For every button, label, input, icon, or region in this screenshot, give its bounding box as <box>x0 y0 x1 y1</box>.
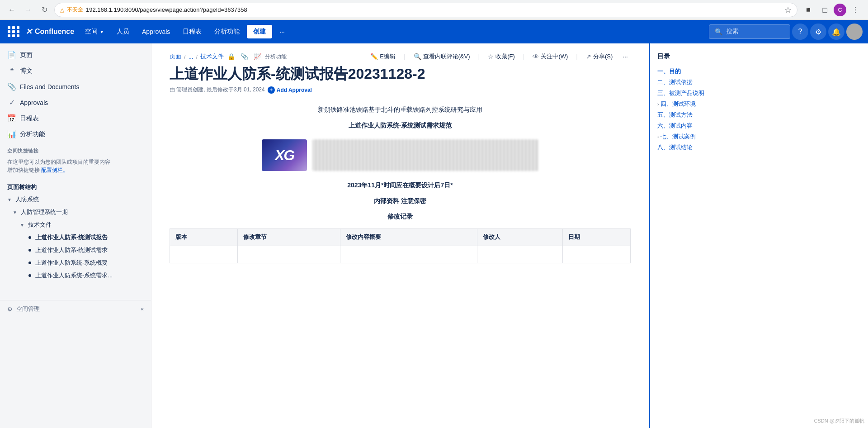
sidebar: 📄 页面 ❝ 博文 📎 Files and Documents ✓ Approv… <box>0 43 151 428</box>
tree-item-test-report[interactable]: 上道作业人防系-统测试报告 <box>0 231 151 244</box>
sidebar-item-files[interactable]: 📎 Files and Documents <box>0 79 151 95</box>
nav-approvals[interactable]: Approvals <box>137 24 175 39</box>
subtitle-2: 上道作业人防系统-系统测试需求规范 <box>170 120 631 130</box>
table-cell <box>340 246 477 263</box>
subtitle-1: 新朔铁路准池铁路基于北斗的重载铁路列控系统研究与应用 <box>170 105 631 114</box>
search-icon: 🔍 <box>715 28 722 35</box>
chevron-right-icon: › <box>657 134 659 139</box>
csdn-watermark: CSDN @夕阳下的孤帆 <box>814 418 864 424</box>
breadcrumb-sep: / <box>196 53 198 60</box>
address-bar[interactable]: △ 不安全 192.168.1.190:8090/pages/viewpage.… <box>54 3 797 17</box>
bookmark-icon[interactable]: ☆ <box>784 5 792 15</box>
sidebar-item-blog[interactable]: ❝ 博文 <box>0 63 151 79</box>
chevron-down-icon: ▼ <box>7 197 13 202</box>
sidebar-files-label: Files and Documents <box>20 83 144 90</box>
space-admin-link[interactable]: ⚙ 空间管理 « <box>0 300 151 318</box>
tree-item-system-needs[interactable]: 上道作业人防系统-系统需求... <box>0 269 151 282</box>
dot-icon <box>28 274 31 277</box>
nav-people[interactable]: 人员 <box>111 24 135 39</box>
nav-analytics-label: 分析功能 <box>214 28 240 36</box>
grid-dot <box>12 34 15 37</box>
forward-button[interactable]: → <box>22 4 34 16</box>
space-admin-label: 空间管理 <box>16 305 40 313</box>
toc-item-environment[interactable]: › 四、测试环境 <box>657 99 732 109</box>
page-title: 上道作业人防系-统测试报告20231128-2 <box>170 65 631 82</box>
breadcrumb-pages[interactable]: 页面 <box>170 52 181 61</box>
toc-item-label: 四、测试环境 <box>660 100 696 108</box>
breadcrumb-ellipsis[interactable]: ... <box>189 53 193 60</box>
tree-item-technical-docs[interactable]: ▼ 技术文件 <box>0 219 151 231</box>
toc-item-label: 七、测试案例 <box>660 133 696 141</box>
eye-icon: 👁 <box>533 53 539 60</box>
sidebar-item-calendar[interactable]: 📅 日程表 <box>0 110 151 126</box>
tree-item-civil-defense[interactable]: ▼ 人防系统 <box>0 193 151 206</box>
sidebar-item-pages[interactable]: 📄 页面 <box>0 47 151 63</box>
logo-x-icon: ✕ <box>25 27 32 37</box>
tree-item-label: 上道作业人防系统-系统概要 <box>35 259 108 267</box>
tree-item-test-requirements[interactable]: 上道作业人防系-统测试需求 <box>0 244 151 257</box>
comment-button[interactable]: 🔍 查看内联评论(&V) <box>408 50 476 63</box>
grid-dot <box>17 26 19 29</box>
sidebar-analytics-label: 分析功能 <box>20 130 144 138</box>
tree-item-management-phase1[interactable]: ▼ 人防管理系统一期 <box>0 206 151 219</box>
nav-calendar[interactable]: 日程表 <box>177 24 207 39</box>
confluence-logo[interactable]: ✕ Confluence <box>22 27 78 37</box>
grid-dot <box>8 34 10 37</box>
edit-button[interactable]: ✏️ E编辑 <box>365 50 401 63</box>
notifications-button[interactable]: 🔔 <box>828 24 844 40</box>
content-area: 页面 / ... / 技术文件 🔒 📎 📈 分析功能 ✏️ E编辑 <box>151 43 868 428</box>
nav-more-button[interactable]: ··· <box>274 24 290 39</box>
app-container: ✕ Confluence 空间 ▼ 人员 Approvals 日程表 分析功能 … <box>0 20 868 428</box>
toc-item-method[interactable]: 五、测试方法 <box>657 109 732 120</box>
plus-icon: + <box>268 86 275 94</box>
toc-item-purpose[interactable]: 一、目的 <box>657 66 732 77</box>
toc-item-content[interactable]: 六、测试内容 <box>657 120 732 131</box>
breadcrumb[interactable]: 页面 / ... / 技术文件 <box>170 52 224 61</box>
add-approval-button[interactable]: + Add Approval <box>268 86 312 94</box>
toc-item-product[interactable]: 三、被测产品说明 <box>657 88 732 99</box>
toc-item-cases[interactable]: › 七、测试案例 <box>657 131 732 142</box>
sidebar-approvals-label: Approvals <box>20 99 144 106</box>
edit-label: E编辑 <box>380 52 396 61</box>
sidebar-item-approvals[interactable]: ✓ Approvals <box>0 95 151 110</box>
nav-more-icon: ··· <box>279 28 285 35</box>
url-text: 192.168.1.190:8090/pages/viewpage.action… <box>86 6 782 13</box>
extensions-button[interactable]: ◾ <box>801 3 816 17</box>
breadcrumb-tech-docs[interactable]: 技术文件 <box>200 52 224 61</box>
nav-analytics[interactable]: 分析功能 <box>209 24 245 39</box>
user-avatar[interactable] <box>846 24 863 40</box>
search-bar[interactable]: 🔍 搜索 <box>709 24 790 39</box>
nav-calendar-label: 日程表 <box>183 28 202 36</box>
shortcut-desc-line2: 增加快捷链接 <box>7 167 40 173</box>
zoom-button[interactable]: ◻ <box>817 3 832 17</box>
more-options-button[interactable]: ··· <box>620 50 631 63</box>
nav-spaces[interactable]: 空间 ▼ <box>80 24 109 39</box>
toc-item-basis[interactable]: 二、测试依据 <box>657 77 732 88</box>
sidebar-item-analytics[interactable]: 📊 分析功能 <box>0 126 151 142</box>
menu-button[interactable]: ⋮ <box>848 3 863 17</box>
tree-item-system-overview[interactable]: 上道作业人防系统-系统概要 <box>0 257 151 269</box>
analytics-breadcrumb-label[interactable]: 分析功能 <box>265 53 287 61</box>
collapse-icon[interactable]: « <box>141 306 144 312</box>
back-button[interactable]: ← <box>5 4 18 16</box>
company-logo: XG <box>262 139 307 171</box>
nav-people-label: 人员 <box>117 28 129 36</box>
divider: | <box>523 53 525 60</box>
approvals-icon: ✓ <box>7 98 16 107</box>
apps-grid-button[interactable] <box>5 24 20 39</box>
help-button[interactable]: ? <box>792 24 808 40</box>
profile-circle[interactable]: C <box>834 4 846 16</box>
toc-item-conclusion[interactable]: 八、测试结论 <box>657 142 732 153</box>
watch-button[interactable]: 👁 关注中(W) <box>527 50 573 63</box>
ellipsis-icon: ··· <box>623 53 628 60</box>
create-button[interactable]: 创建 <box>247 25 272 38</box>
settings-button[interactable]: ⚙ <box>810 24 826 40</box>
configure-sidebar-link[interactable]: 配置侧栏。 <box>41 167 68 173</box>
favorite-button[interactable]: ☆ 收藏(F) <box>482 50 520 63</box>
reload-button[interactable]: ↻ <box>38 4 51 16</box>
toc-item-label: 一、目的 <box>657 67 681 76</box>
security-warning-text: 不安全 <box>67 6 83 14</box>
nav-spaces-label: 空间 <box>85 28 98 36</box>
share-button[interactable]: ↗ 分享(S) <box>580 50 618 63</box>
divider: | <box>576 53 578 60</box>
